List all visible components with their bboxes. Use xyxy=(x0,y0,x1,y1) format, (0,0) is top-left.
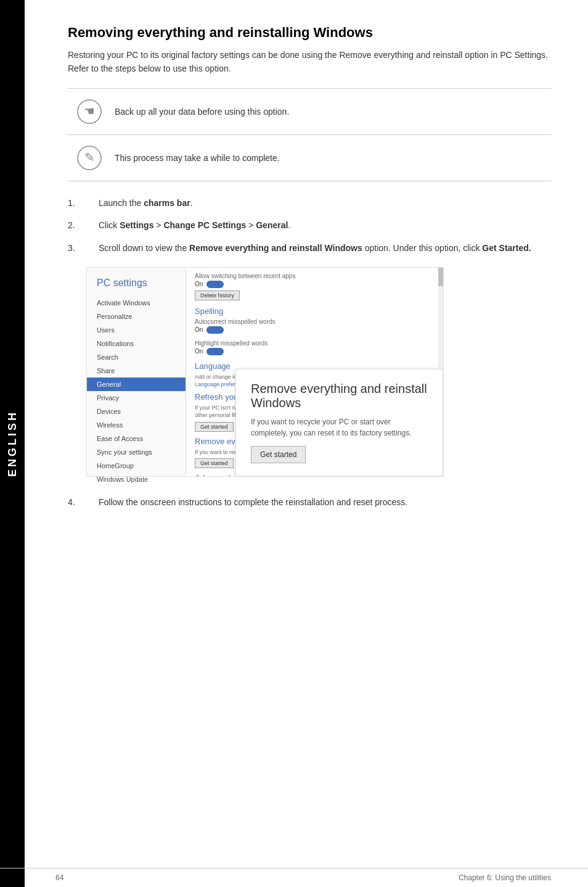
remove-reinstall-overlay: Remove everything and reinstall Windows … xyxy=(235,369,443,476)
delete-history-button[interactable]: Delete history xyxy=(195,291,240,300)
sidebar-item-homegroup[interactable]: HomeGroup xyxy=(87,459,186,472)
step-1: 1. Launch the charms bar. xyxy=(68,196,551,210)
allow-switching-toggle[interactable] xyxy=(206,281,224,288)
step-3-text: Scroll down to view the Remove everythin… xyxy=(99,241,531,255)
step-3: 3. Scroll down to view the Remove everyt… xyxy=(68,241,551,255)
notice-text-2: This process may take a while to complet… xyxy=(115,153,280,163)
step-2: 2. Click Settings > Change PC Settings >… xyxy=(68,218,551,232)
autocorrect-section: Autocorrect misspelled words On xyxy=(195,318,435,334)
allow-switching-value: On xyxy=(195,281,435,288)
steps-list: 1. Launch the charms bar. 2. Click Setti… xyxy=(68,196,551,255)
sidebar-item-general[interactable]: General xyxy=(87,377,186,391)
intro-paragraph: Restoring your PC to its original factor… xyxy=(68,48,551,76)
allow-switching-section: Allow switching between recent apps On D… xyxy=(195,273,435,300)
notice-box-2: ✎ This process may take a while to compl… xyxy=(68,135,551,181)
highlight-toggle[interactable] xyxy=(206,348,224,355)
autocorrect-label: Autocorrect misspelled words xyxy=(195,318,435,325)
step-4-num: 4. xyxy=(68,495,99,509)
step-1-text: Launch the charms bar. xyxy=(99,196,193,210)
overlay-description: If you want to recycle your PC or start … xyxy=(251,416,428,439)
side-english-label: ENGLISH xyxy=(0,0,25,887)
sidebar-item-sync-settings[interactable]: Sync your settings xyxy=(87,445,186,459)
clock-icon: ✎ xyxy=(74,142,105,173)
notice-box-1: ☚ Back up all your data before using thi… xyxy=(68,88,551,135)
refresh-get-started-button[interactable]: Get started xyxy=(195,422,234,432)
sidebar-item-personalize[interactable]: Personalize xyxy=(87,310,186,323)
sidebar-item-windows-update[interactable]: Windows Update xyxy=(87,472,186,486)
svg-text:☚: ☚ xyxy=(84,104,95,118)
page-title: Removing everything and reinstalling Win… xyxy=(68,25,551,41)
pc-settings-screenshot: PC settings Activate Windows Personalize… xyxy=(86,267,444,477)
notice-text-1: Back up all your data before using this … xyxy=(115,107,289,117)
step-3-num: 3. xyxy=(68,241,99,255)
autocorrect-toggle[interactable] xyxy=(206,326,224,334)
svg-text:✎: ✎ xyxy=(84,151,95,164)
overlay-get-started-button[interactable]: Get started xyxy=(251,446,306,463)
step-4-text: Follow the onscreen instructions to comp… xyxy=(99,495,407,509)
sidebar-item-users[interactable]: Users xyxy=(87,323,186,337)
footer-bar: 64 Chapter 6: Using the utilities xyxy=(0,868,588,887)
sidebar-item-devices[interactable]: Devices xyxy=(87,405,186,418)
sidebar-item-wireless[interactable]: Wireless xyxy=(87,418,186,432)
highlight-label: Highlight misspelled words xyxy=(195,340,435,347)
sidebar-item-share[interactable]: Share xyxy=(87,364,186,377)
chapter-label: Chapter 6: Using the utilities xyxy=(459,873,551,882)
sidebar-item-ease-of-access[interactable]: Ease of Access xyxy=(87,432,186,445)
pc-settings-title: PC settings xyxy=(87,278,186,296)
overlay-title: Remove everything and reinstall Windows xyxy=(251,382,428,410)
highlight-section: Highlight misspelled words On xyxy=(195,340,435,355)
step-4: 4. Follow the onscreen instructions to c… xyxy=(68,495,551,509)
step-2-num: 2. xyxy=(68,218,99,232)
sidebar-item-privacy[interactable]: Privacy xyxy=(87,391,186,405)
step-2-text: Click Settings > Change PC Settings > Ge… xyxy=(99,218,290,232)
sidebar-item-activate-windows[interactable]: Activate Windows xyxy=(87,296,186,310)
allow-switching-label: Allow switching between recent apps xyxy=(195,273,435,279)
pc-settings-sidebar: PC settings Activate Windows Personalize… xyxy=(87,268,186,476)
sidebar-item-notifications[interactable]: Notifications xyxy=(87,337,186,350)
page-number: 64 xyxy=(55,873,63,882)
warning-icon: ☚ xyxy=(74,96,105,127)
pc-settings-main: Allow switching between recent apps On D… xyxy=(186,268,443,476)
spelling-header: Spelling xyxy=(195,307,435,316)
step-1-num: 1. xyxy=(68,196,99,210)
remove-get-started-button[interactable]: Get started xyxy=(195,458,234,468)
english-text: ENGLISH xyxy=(6,410,19,477)
sidebar-item-search[interactable]: Search xyxy=(87,350,186,364)
